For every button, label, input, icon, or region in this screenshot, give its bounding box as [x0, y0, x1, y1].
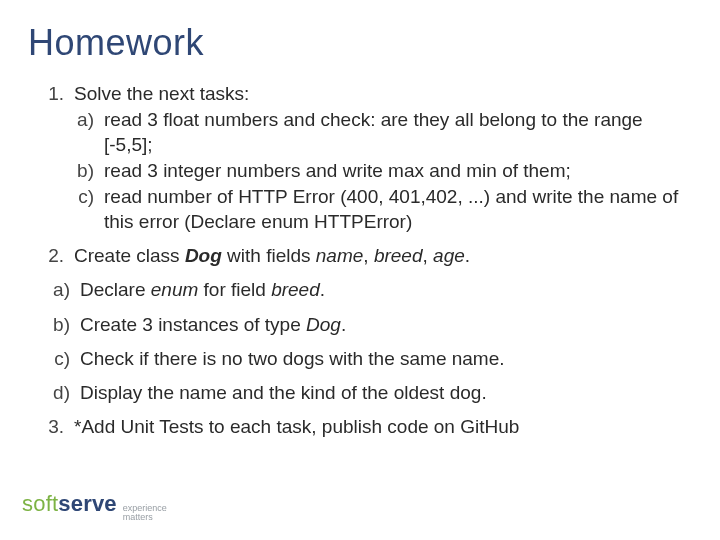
marker: b) [58, 159, 104, 183]
marker: c) [34, 347, 80, 371]
marker: d) [34, 381, 80, 405]
list-item-1: 1. Solve the next tasks: [28, 82, 692, 106]
slide: Homework 1. Solve the next tasks: a) rea… [0, 0, 720, 540]
marker: 3. [28, 415, 74, 439]
marker: c) [58, 185, 104, 234]
sub-item-2b: b) Create 3 instances of type Dog. [34, 313, 692, 337]
marker: b) [34, 313, 80, 337]
content: 1. Solve the next tasks: a) read 3 float… [28, 82, 692, 440]
marker: a) [58, 108, 104, 157]
t: , [363, 245, 374, 266]
text: Create class Dog with fields name, breed… [74, 244, 692, 268]
class-name: Dog [185, 245, 222, 266]
kw: enum [151, 279, 199, 300]
marker: 1. [28, 82, 74, 106]
field: breed [374, 245, 423, 266]
softserve-logo: softserve experience matters [22, 491, 167, 522]
sub-item-2d: d) Display the name and the kind of the … [34, 381, 692, 405]
logo-soft: soft [22, 491, 58, 517]
text: read 3 integer numbers and write max and… [104, 159, 692, 183]
page-title: Homework [28, 22, 692, 64]
text: Create 3 instances of type Dog. [80, 313, 692, 337]
text: read number of HTTP Error (400, 401,402,… [104, 185, 692, 234]
text: Check if there is no two dogs with the s… [80, 347, 692, 371]
sub-item-1b: b) read 3 integer numbers and write max … [58, 159, 692, 183]
t: . [465, 245, 470, 266]
text: Display the name and the kind of the old… [80, 381, 692, 405]
text: Solve the next tasks: [74, 82, 692, 106]
text: *Add Unit Tests to each task, publish co… [74, 415, 692, 439]
t: , [423, 245, 434, 266]
t: Create 3 instances of type [80, 314, 306, 335]
t: . [320, 279, 325, 300]
logo-tagline: experience matters [123, 504, 167, 522]
t: Create class [74, 245, 185, 266]
list-item-3: 3. *Add Unit Tests to each task, publish… [28, 415, 692, 439]
list-item-2: 2. Create class Dog with fields name, br… [28, 244, 692, 268]
t: . [341, 314, 346, 335]
t: matters [123, 513, 167, 522]
t: for field [198, 279, 271, 300]
logo-serve: serve [58, 491, 117, 517]
field: name [316, 245, 364, 266]
sub-item-2a: a) Declare enum for field breed. [34, 278, 692, 302]
text: Declare enum for field breed. [80, 278, 692, 302]
t: with fields [222, 245, 316, 266]
kw: Dog [306, 314, 341, 335]
kw: breed [271, 279, 320, 300]
sub-item-1c: c) read number of HTTP Error (400, 401,4… [58, 185, 692, 234]
text: read 3 float numbers and check: are they… [104, 108, 692, 157]
marker: a) [34, 278, 80, 302]
sub-item-2c: c) Check if there is no two dogs with th… [34, 347, 692, 371]
sub-item-1a: a) read 3 float numbers and check: are t… [58, 108, 692, 157]
field: age [433, 245, 465, 266]
marker: 2. [28, 244, 74, 268]
t: Declare [80, 279, 151, 300]
